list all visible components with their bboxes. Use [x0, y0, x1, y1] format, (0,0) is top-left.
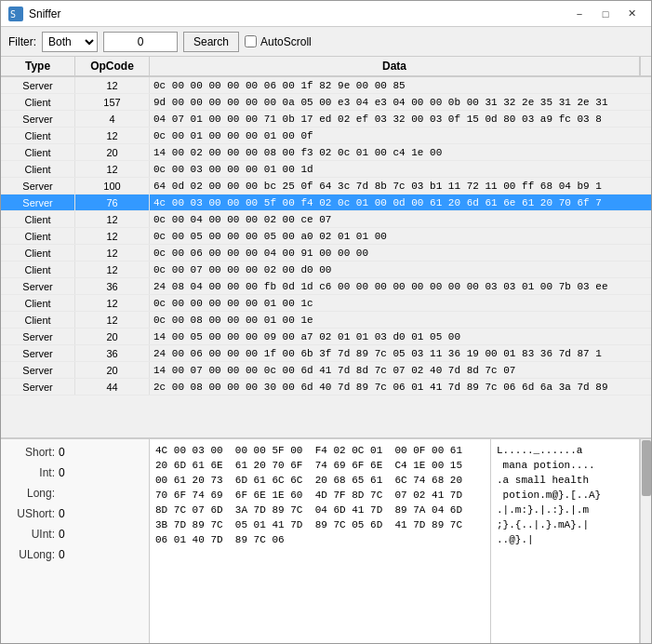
cell-data: 9d 00 00 00 00 00 00 0a 05 00 e3 04 e3 0… — [150, 94, 651, 110]
ascii-panel: L....._......a mana potion.... .a small … — [491, 439, 640, 643]
autoscroll-checkbox[interactable] — [245, 35, 257, 47]
cell-type: Client — [1, 94, 75, 110]
table-row[interactable]: Server2014 00 07 00 00 00 0c 00 6d 41 7d… — [1, 362, 651, 379]
svg-text:S: S — [10, 9, 16, 20]
bottom-scrollbar[interactable] — [640, 439, 651, 643]
cell-type: Client — [1, 211, 75, 227]
table-row[interactable]: Server3624 08 04 00 00 00 fb 0d 1d c6 00… — [1, 278, 651, 295]
cell-type: Server — [1, 195, 75, 210]
cell-opcode: 157 — [75, 94, 150, 110]
title-bar: S Sniffer − □ ✕ — [1, 1, 651, 27]
left-fields-panel: Short:0Int:0Long:UShort:0UInt:0ULong:0 — [1, 439, 150, 643]
cell-data: 0c 00 08 00 00 00 01 00 1e — [150, 312, 651, 328]
table-row[interactable]: Client120c 00 06 00 00 00 04 00 91 00 00… — [1, 245, 651, 262]
table-row[interactable]: Client120c 00 01 00 00 00 01 00 0f — [1, 127, 651, 144]
table-row[interactable]: Client120c 00 05 00 00 00 05 00 a0 02 01… — [1, 228, 651, 245]
table-row[interactable]: Server442c 00 08 00 00 00 30 00 6d 40 7d… — [1, 379, 651, 396]
cell-type: Server — [1, 278, 75, 294]
main-window: S Sniffer − □ ✕ Filter: Both Server Clie… — [0, 0, 652, 644]
field-label: UShort: — [8, 507, 55, 520]
cell-type: Server — [1, 362, 75, 378]
main-table-container: Type OpCode Data Server120c 00 00 00 00 … — [1, 57, 651, 438]
cell-opcode: 44 — [75, 379, 150, 395]
table-row[interactable]: Client120c 00 08 00 00 00 01 00 1e — [1, 312, 651, 329]
cell-data: 0c 00 01 00 00 00 01 00 0f — [150, 127, 651, 143]
table-body[interactable]: Server120c 00 00 00 00 00 06 00 1f 82 9e… — [1, 77, 651, 437]
field-value: 0 — [59, 507, 65, 520]
bottom-content: Short:0Int:0Long:UShort:0UInt:0ULong:0 4… — [1, 439, 651, 643]
field-label: Long: — [8, 487, 55, 500]
search-button[interactable]: Search — [183, 32, 239, 52]
col-header-opcode: OpCode — [75, 57, 150, 75]
cell-data: 14 00 02 00 00 00 08 00 f3 02 0c 01 00 c… — [150, 144, 651, 160]
cell-type: Client — [1, 228, 75, 244]
table-row[interactable]: Server764c 00 03 00 00 00 5f 00 f4 02 0c… — [1, 195, 651, 211]
table-row[interactable]: Client120c 00 00 00 00 00 01 00 1c — [1, 295, 651, 312]
cell-opcode: 12 — [75, 312, 150, 328]
cell-opcode: 20 — [75, 144, 150, 160]
table-row[interactable]: Client2014 00 02 00 00 00 08 00 f3 02 0c… — [1, 144, 651, 161]
cell-opcode: 12 — [75, 77, 150, 93]
cell-data: 0c 00 04 00 00 00 02 00 ce 07 — [150, 211, 651, 227]
table-header: Type OpCode Data — [1, 57, 651, 77]
cell-data: 24 08 04 00 00 00 fb 0d 1d c6 00 00 00 0… — [150, 278, 651, 294]
table-row[interactable]: Client120c 00 04 00 00 00 02 00 ce 07 — [1, 211, 651, 228]
ascii-text: L....._......a mana potion.... .a small … — [497, 443, 633, 547]
col-header-data: Data — [150, 57, 640, 75]
cell-data: 0c 00 07 00 00 00 02 00 d0 00 — [150, 262, 651, 277]
table-row[interactable]: Server120c 00 00 00 00 00 06 00 1f 82 9e… — [1, 77, 651, 94]
table-row[interactable]: Server10064 0d 02 00 00 00 bc 25 0f 64 3… — [1, 178, 651, 195]
cell-data: 04 07 01 00 00 00 71 0b 17 ed 02 ef 03 3… — [150, 111, 651, 127]
cell-type: Server — [1, 178, 75, 194]
close-button[interactable]: ✕ — [619, 5, 644, 23]
cell-type: Server — [1, 379, 75, 395]
field-value: 0 — [59, 528, 65, 541]
table-row[interactable]: Client1579d 00 00 00 00 00 00 0a 05 00 e… — [1, 94, 651, 111]
autoscroll-text: AutoScroll — [260, 35, 312, 48]
title-left: S Sniffer — [8, 7, 60, 21]
cell-opcode: 76 — [75, 195, 150, 210]
cell-opcode: 12 — [75, 161, 150, 177]
field-label: Int: — [8, 466, 55, 479]
title-controls: − □ ✕ — [567, 5, 644, 23]
cell-type: Client — [1, 161, 75, 177]
cell-opcode: 4 — [75, 111, 150, 127]
cell-type: Client — [1, 245, 75, 261]
cell-data: 0c 00 00 00 00 00 01 00 1c — [150, 295, 651, 311]
cell-opcode: 100 — [75, 178, 150, 194]
filter-label: Filter: — [8, 35, 36, 48]
table-row[interactable]: Server2014 00 05 00 00 00 09 00 a7 02 01… — [1, 329, 651, 345]
cell-opcode: 20 — [75, 362, 150, 378]
field-value: 0 — [59, 466, 65, 479]
table-row[interactable]: Server3624 00 06 00 00 00 1f 00 6b 3f 7d… — [1, 345, 651, 362]
table-row[interactable]: Client120c 00 03 00 00 00 01 00 1d — [1, 161, 651, 178]
cell-opcode: 12 — [75, 262, 150, 277]
col-header-type: Type — [1, 57, 75, 75]
cell-data: 14 00 05 00 00 00 09 00 a7 02 01 01 03 d… — [150, 329, 651, 344]
maximize-button[interactable]: □ — [593, 5, 618, 23]
cell-type: Server — [1, 329, 75, 344]
cell-data: 0c 00 00 00 00 00 06 00 1f 82 9e 00 00 8… — [150, 77, 651, 93]
table-row[interactable]: Server404 07 01 00 00 00 71 0b 17 ed 02 … — [1, 111, 651, 127]
hex-text: 4C 00 03 00 00 00 5F 00 F4 02 0C 01 00 0… — [155, 443, 485, 547]
cell-type: Client — [1, 127, 75, 143]
cell-opcode: 12 — [75, 245, 150, 261]
table-row[interactable]: Client120c 00 07 00 00 00 02 00 d0 00 — [1, 262, 651, 278]
minimize-button[interactable]: − — [567, 5, 592, 23]
cell-type: Client — [1, 144, 75, 160]
cell-opcode: 20 — [75, 329, 150, 344]
cell-opcode: 12 — [75, 295, 150, 311]
search-input[interactable] — [103, 32, 178, 52]
field-row: UShort:0 — [8, 504, 141, 523]
cell-data: 14 00 07 00 00 00 0c 00 6d 41 7d 8d 7c 0… — [150, 362, 651, 378]
field-value: 0 — [59, 548, 65, 561]
window-title: Sniffer — [29, 7, 60, 20]
autoscroll-label[interactable]: AutoScroll — [245, 35, 312, 48]
cell-data: 0c 00 03 00 00 00 01 00 1d — [150, 161, 651, 177]
field-label: ULong: — [8, 548, 55, 561]
scrollbar-thumb[interactable] — [642, 440, 651, 496]
cell-type: Client — [1, 312, 75, 328]
field-row: Int:0 — [8, 463, 141, 482]
field-row: Long: — [8, 484, 141, 503]
filter-select[interactable]: Both Server Client — [42, 32, 98, 52]
